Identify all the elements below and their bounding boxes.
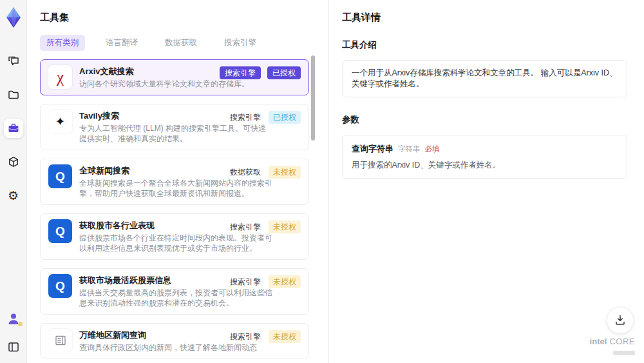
tool-card[interactable]: Q 获取股市各行业表现 提供股票市场各个行业在特定时间段内的表现。投资者可以利用… (40, 213, 309, 260)
category-tab-0[interactable]: 所有类别 (40, 35, 85, 51)
tool-description: 提供当天交易量最高的股票列表，投资者可以利用这些信息来识别流动性强的股票和潜在的… (79, 288, 272, 309)
briefcase-icon (7, 122, 20, 135)
parameter-item: 查询字符串 字符串 必填 用于搜索的Arxiv ID、关键字或作者姓名。 (342, 135, 627, 179)
tools-list-panel: 工具集 所有类别语言翻译数据获取搜索引擎 χ Arxiv文献搜索 访问各个研究领… (27, 0, 329, 363)
sidebar-item-chat[interactable] (4, 52, 23, 71)
sidebar-item-settings[interactable]: ⚙ (4, 186, 23, 205)
tool-category-badge: 数据获取 (229, 166, 262, 179)
intel-brand-text: intel (590, 337, 607, 346)
page-title: 工具集 (40, 12, 309, 24)
gear-icon: ⚙ (8, 190, 19, 202)
tool-detail-panel: 工具详情 工具介绍 一个用于从Arxiv存储库搜索科学论文和文章的工具。 输入可… (329, 0, 644, 363)
tool-description: 查询具体行政区划内的新闻，快速了解各地新闻动态 (79, 342, 272, 353)
tool-auth-badge: 已授权 (269, 111, 301, 124)
panel-collapse-icon (7, 340, 20, 353)
tool-list: χ Arxiv文献搜索 访问各个研究领域大量科学论文和文章的存储库。 搜索引擎 … (40, 59, 309, 363)
folder-icon (7, 88, 20, 101)
blue-q-icon: Q (48, 164, 72, 188)
tool-auth-badge: 未授权 (269, 221, 301, 233)
scrollbar-thumb[interactable] (311, 55, 315, 141)
tool-intro-text: 一个用于从Arxiv存储库搜索科学论文和文章的工具。 输入可以是Arxiv ID… (342, 60, 627, 97)
sidebar: ⚙ (0, 0, 27, 363)
tool-card[interactable]: Q 获取市场最活跃股票信息 提供当天交易量最高的股票列表，投资者可以利用这些信息… (40, 268, 309, 315)
download-icon (614, 313, 627, 328)
sidebar-nav: ⚙ (4, 52, 23, 205)
tool-card[interactable]: 万维地区新闻查询 查询具体行政区划内的新闻，快速了解各地新闻动态 搜索引擎 未授… (40, 323, 309, 359)
sidebar-bottom (4, 309, 23, 357)
tool-category-badge: 搜索引擎 (220, 66, 261, 79)
download-button[interactable] (607, 308, 633, 333)
collapse-sidebar-button[interactable] (4, 337, 23, 357)
category-tabs: 所有类别语言翻译数据获取搜索引擎 (40, 35, 309, 51)
tool-auth-badge: 未授权 (269, 275, 301, 288)
core-product-text: CORE (609, 337, 635, 346)
tool-card[interactable]: ✦ Tavily搜索 专为人工智能代理 (LLM) 构建的搜索引擎工具。可快速提… (40, 104, 309, 150)
params-heading: 参数 (342, 114, 627, 126)
sidebar-item-plugins[interactable] (4, 152, 23, 172)
tool-category-badge: 搜索引擎 (229, 221, 262, 233)
parameter-type: 字符串 (398, 144, 421, 154)
parameter-name: 查询字符串 (352, 143, 393, 155)
newspaper-icon (48, 329, 72, 353)
blue-q-icon: Q (48, 219, 72, 243)
tool-category-badge: 搜索引擎 (229, 275, 262, 288)
sidebar-item-tools[interactable] (4, 119, 23, 138)
app-logo-icon (4, 6, 23, 28)
category-tab-1[interactable]: 语言翻译 (99, 35, 144, 51)
parameter-description: 用于搜索的Arxiv ID、关键字或作者姓名。 (352, 160, 618, 170)
tool-card[interactable]: Q 全球新闻搜索 全球新闻搜索是一个聚合全球各大新闻网站内容的搜索引擎，帮助用户… (40, 159, 309, 205)
tool-description: 专为人工智能代理 (LLM) 构建的搜索引擎工具。可快速提供实时、准确和真实的结… (79, 123, 272, 144)
watermark-sub-badge (613, 351, 635, 355)
user-avatar-icon (6, 311, 21, 326)
status-dot (18, 322, 23, 326)
tool-auth-badge: 未授权 (269, 166, 301, 179)
cube-icon (7, 155, 20, 168)
detail-title: 工具详情 (342, 12, 627, 24)
blue-q-icon: Q (48, 274, 72, 298)
tool-auth-badge: 未授权 (269, 330, 301, 343)
app-window: ⚙ (0, 0, 644, 363)
tavily-star-icon: ✦ (48, 110, 72, 133)
intro-heading: 工具介绍 (342, 39, 627, 51)
tool-description: 提供股票市场各个行业在特定时间段内的表现。投资者可以利用这些信息来识别表现优于或… (79, 233, 272, 254)
category-tab-3[interactable]: 搜索引擎 (218, 35, 263, 51)
arxiv-logo-icon: χ (48, 65, 72, 89)
account-button[interactable] (4, 309, 23, 328)
tool-category-badge: 搜索引擎 (229, 330, 262, 343)
tool-description: 访问各个研究领域大量科学论文和文章的存储库。 (79, 79, 272, 90)
chat-icon (7, 55, 20, 68)
parameter-required-badge: 必填 (425, 144, 440, 154)
tool-description: 全球新闻搜索是一个聚合全球各大新闻网站内容的搜索引擎，帮助用户快速获取全球最新资… (79, 178, 272, 199)
sidebar-item-files[interactable] (4, 85, 23, 104)
tool-card[interactable]: χ Arxiv文献搜索 访问各个研究领域大量科学论文和文章的存储库。 搜索引擎 … (40, 59, 309, 95)
category-tab-2[interactable]: 数据获取 (158, 35, 204, 51)
tool-auth-badge: 已授权 (267, 66, 301, 79)
tool-category-badge: 搜索引擎 (229, 111, 262, 124)
intel-core-watermark: intel CORE (590, 337, 635, 358)
